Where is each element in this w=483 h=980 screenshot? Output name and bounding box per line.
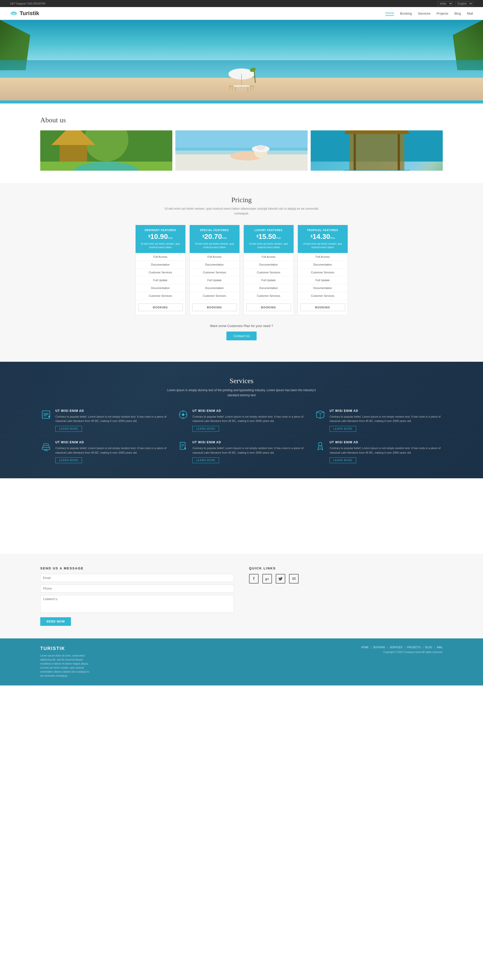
footer-link-projects[interactable]: PROJECTS: [407, 646, 420, 649]
service-title-4: UT WISI ENIM AD: [56, 441, 168, 444]
email-icon[interactable]: ✉: [289, 574, 299, 584]
footer-inner: TURISTIK Lorem ipsum dolor sit amet, con…: [40, 646, 443, 678]
pricing-header-ordinary: ORDINARY FEATURES $10.90/ma Ut wisi enim…: [136, 225, 185, 253]
learn-more-btn-5[interactable]: LEARN MORE: [192, 457, 219, 463]
plan-desc-special: Ut wisi enim ad minim veniam, quis nostr…: [192, 242, 237, 249]
footer-link-booking[interactable]: BOOKING: [373, 646, 385, 649]
nav-services[interactable]: Services: [418, 11, 431, 15]
services-title: Services: [40, 377, 443, 385]
svg-rect-31: [349, 134, 404, 171]
learn-more-btn-4[interactable]: LEARN MORE: [56, 457, 82, 463]
pricing-card-ordinary: ORDINARY FEATURES $10.90/ma Ut wisi enim…: [135, 225, 186, 315]
service-icon-3: [315, 409, 326, 420]
pricing-section: Pricing Ut wisi enim ad minim veniam, qu…: [0, 183, 483, 362]
svg-rect-21: [175, 130, 307, 151]
svg-rect-49: [43, 445, 49, 447]
booking-btn-special[interactable]: BOOKING: [192, 304, 237, 311]
footer-nav-links: HOME | BOOKING | SERVICES | PROJECTS | B…: [361, 646, 443, 649]
pricing-features-luxury: Full Access Documentation Customer Servi…: [244, 253, 294, 300]
nav-mail[interactable]: Mail: [467, 11, 473, 15]
svg-line-46: [320, 412, 324, 414]
learn-more-btn-1[interactable]: LEARN MORE: [56, 426, 82, 432]
plan-name-tropical: TROPICAL FEATURES: [300, 229, 345, 232]
learn-more-btn-6[interactable]: LEARN MORE: [330, 457, 356, 463]
booking-btn-ordinary[interactable]: BOOKING: [138, 304, 183, 311]
price-tropical: $14.30/ma: [300, 233, 345, 240]
facebook-icon[interactable]: f: [249, 574, 259, 584]
aqua-band: [0, 100, 483, 103]
logo-text: Turistik: [20, 10, 39, 17]
nav-home[interactable]: Home: [385, 11, 394, 16]
feature-item: Customer Services: [136, 292, 185, 300]
booking-btn-luxury[interactable]: BOOKING: [246, 304, 291, 311]
logo-icon: [10, 11, 17, 16]
phone-field[interactable]: [40, 584, 234, 593]
footer-link-home[interactable]: HOME: [361, 646, 369, 649]
site-header: Turistik Home Booking Services Projects …: [0, 7, 483, 20]
feature-item: Documentation: [298, 261, 348, 269]
contact-us-button[interactable]: Contact Us: [226, 331, 257, 340]
about-title: About us: [40, 116, 443, 124]
service-desc-4: Contrary to popular belief, Lorem Ipsum …: [56, 446, 168, 455]
feature-item: Full Update: [244, 277, 294, 284]
service-title-1: UT WISI ENIM AD: [56, 409, 168, 413]
service-desc-6: Contrary to popular belief, Lorem Ipsum …: [330, 446, 443, 455]
email-field[interactable]: [40, 574, 234, 582]
top-bar-right: dollar euro pound English Turkish German: [437, 1, 473, 6]
nav-booking[interactable]: Booking: [400, 11, 412, 15]
pricing-subtitle: Ut wisi enim ad minim veniam, quis nostr…: [40, 207, 443, 216]
service-title-3: UT WISI ENIM AD: [330, 409, 443, 413]
booking-btn-tropical[interactable]: BOOKING: [300, 304, 345, 311]
quick-links-area: QUICK LINKS f g+ ✉: [249, 566, 443, 626]
feature-item: Documentation: [190, 284, 240, 292]
googleplus-icon[interactable]: g+: [262, 574, 272, 584]
logo[interactable]: Turistik: [10, 10, 39, 17]
service-desc-2: Contrary to popular belief, Lorem Ipsum …: [192, 415, 306, 423]
svg-rect-9: [250, 86, 254, 87]
footer-link-mail[interactable]: MAIL: [437, 646, 443, 649]
hero-illustration: [221, 65, 262, 95]
price-ordinary: $10.90/ma: [138, 233, 183, 240]
twitter-icon[interactable]: [276, 574, 285, 584]
language-select[interactable]: English Turkish German: [455, 1, 473, 6]
feature-item: Full Access: [190, 253, 240, 261]
svg-rect-19: [60, 145, 87, 162]
svg-rect-50: [44, 444, 48, 445]
footer-logo-area: TURISTIK Lorem ipsum dolor sit amet, con…: [40, 646, 91, 678]
support-text: 24/7 Support: 010-25418799: [10, 2, 45, 5]
service-text-1: UT WISI ENIM AD Contrary to popular beli…: [56, 409, 168, 432]
learn-more-btn-2[interactable]: LEARN MORE: [192, 426, 219, 432]
currency-select[interactable]: dollar euro pound: [437, 1, 453, 6]
feature-item: Full Update: [136, 277, 185, 284]
pricing-book-special: BOOKING: [190, 300, 240, 315]
service-item-5: UT WISI ENIM AD Contrary to popular beli…: [177, 441, 306, 463]
svg-point-57: [318, 442, 322, 446]
price-luxury: $15.50/ma: [246, 233, 291, 240]
footer-link-services[interactable]: SERVICES: [390, 646, 402, 649]
top-bar: 24/7 Support: 010-25418799 dollar euro p…: [0, 0, 483, 7]
svg-rect-3: [234, 85, 249, 87]
service-item-2: UT WISI ENIM AD Contrary to popular beli…: [177, 409, 306, 432]
learn-more-btn-3[interactable]: LEARN MORE: [330, 426, 356, 432]
service-icon-1: [40, 409, 52, 420]
pricing-card-tropical: TROPICAL FEATURES $14.30/ma Ut wisi enim…: [298, 225, 348, 315]
service-desc-5: Contrary to popular belief, Lorem Ipsum …: [192, 446, 306, 455]
nav-blog[interactable]: Blog: [454, 11, 461, 15]
feature-item: Documentation: [136, 261, 185, 269]
pricing-book-luxury: BOOKING: [244, 300, 294, 315]
feature-item: Full Access: [136, 253, 185, 261]
svg-rect-6: [229, 86, 233, 87]
pricing-features-ordinary: Full Access Documentation Customer Servi…: [136, 253, 185, 300]
svg-point-40: [182, 414, 184, 416]
hero-content: [0, 65, 483, 100]
feature-item: Customer Services: [190, 292, 240, 300]
services-section: Services Lorem ipsum is simply dummy tex…: [0, 362, 483, 478]
plan-name-ordinary: ORDINARY FEATURES: [138, 229, 183, 232]
send-button[interactable]: SEND NOW: [40, 617, 71, 626]
footer-link-blog[interactable]: BLOG: [425, 646, 432, 649]
service-icon-5: [177, 441, 189, 452]
nav-projects[interactable]: Projects: [437, 11, 448, 15]
about-image-2: [175, 130, 307, 171]
service-title-2: UT WISI ENIM AD: [192, 409, 306, 413]
message-field[interactable]: [40, 595, 234, 613]
